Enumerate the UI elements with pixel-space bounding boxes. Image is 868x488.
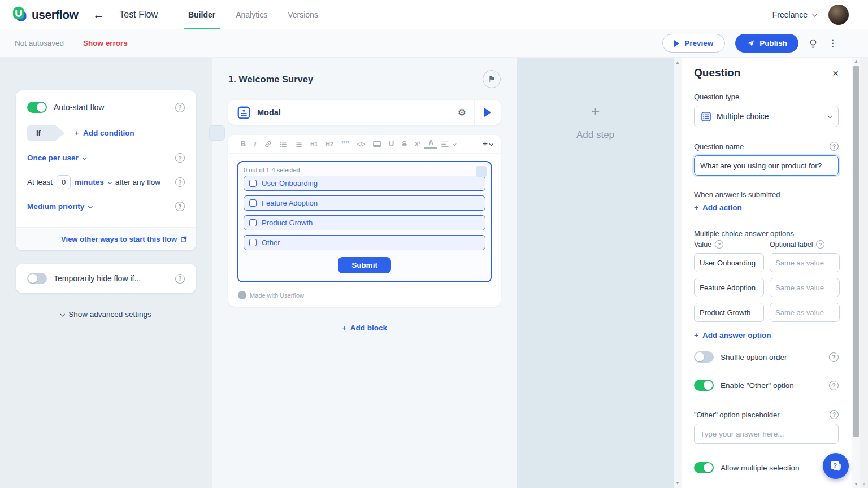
flow-title[interactable]: Test Flow — [119, 10, 158, 20]
user-avatar[interactable] — [828, 5, 849, 25]
option-label-input[interactable] — [770, 278, 840, 297]
priority-dropdown[interactable]: Medium priority — [27, 202, 92, 211]
help-icon[interactable]: ? — [175, 202, 185, 211]
survey-option-product-growth[interactable]: Product Growth — [244, 215, 485, 230]
step-minimap-handle[interactable] — [209, 125, 225, 141]
scroll-down-icon[interactable]: ▼ — [854, 482, 858, 487]
add-content-button[interactable]: + — [483, 139, 492, 149]
multiple-choice-widget[interactable]: 0 out of 1-4 selected User Onboarding Fe… — [237, 161, 492, 282]
allow-multiple-toggle[interactable] — [694, 462, 714, 473]
bullet-list-icon[interactable] — [291, 141, 306, 148]
help-icon[interactable]: ? — [175, 103, 185, 112]
text-color-icon[interactable]: A — [424, 140, 437, 149]
panel-scrollbar[interactable]: ▲ ▼ — [852, 58, 860, 488]
help-icon[interactable]: ? — [830, 142, 839, 151]
add-step-area[interactable]: + Add step — [517, 58, 674, 488]
frequency-dropdown[interactable]: Once per user — [27, 154, 86, 162]
add-answer-option-link[interactable]: + Add answer option — [694, 331, 771, 339]
run-block-button[interactable] — [475, 100, 501, 125]
ordered-list-icon[interactable] — [276, 141, 291, 148]
add-condition-link[interactable]: + Add condition — [75, 129, 134, 137]
link-icon[interactable] — [261, 141, 276, 148]
heading1-icon[interactable]: H1 — [306, 141, 322, 147]
plus-icon: + — [591, 103, 600, 120]
view-other-ways-link[interactable]: View other ways to start this flow — [61, 235, 187, 243]
scroll-up-icon[interactable]: ▲ — [675, 60, 680, 65]
help-icon[interactable]: ? — [816, 240, 824, 249]
tab-versions[interactable]: Versions — [277, 0, 328, 29]
canvas-scrollbar[interactable]: ▲ ▼ — [674, 58, 682, 488]
add-action-link[interactable]: + Add action — [694, 203, 742, 212]
option-value-input[interactable] — [694, 253, 764, 272]
option-label-input[interactable] — [770, 253, 840, 272]
question-name-input[interactable] — [694, 155, 839, 176]
page-scrollbar[interactable]: ▲ ▼ — [860, 58, 868, 488]
chevron-down-icon[interactable] — [453, 142, 457, 146]
optional-label-column-label: Optional label — [770, 241, 813, 249]
option-label-input[interactable] — [770, 303, 840, 322]
bold-icon[interactable]: B — [237, 140, 250, 148]
code-icon[interactable]: </> — [353, 141, 369, 147]
delay-unit-label: minutes — [75, 178, 104, 186]
other-placeholder-input[interactable] — [694, 424, 839, 444]
help-icon[interactable]: ? — [175, 274, 185, 284]
publish-button[interactable]: Publish — [735, 34, 798, 53]
survey-option-user-onboarding[interactable]: User Onboarding — [244, 176, 485, 191]
help-chat-button[interactable]: ? — [823, 453, 849, 479]
goal-flag-button[interactable]: ⚑ — [483, 70, 501, 88]
widget-handle[interactable] — [476, 166, 487, 177]
panel-title: Question — [694, 67, 740, 79]
underline-icon[interactable]: U — [385, 140, 398, 148]
option-value-input[interactable] — [694, 278, 764, 297]
help-icon[interactable]: ? — [175, 153, 185, 163]
delay-prefix: At least — [27, 178, 53, 186]
chevron-down-icon — [489, 142, 493, 146]
scroll-up-icon[interactable]: ▲ — [854, 59, 858, 64]
if-condition-tag: If — [27, 125, 64, 141]
help-icon[interactable]: ? — [829, 352, 839, 362]
strikethrough-icon[interactable]: S — [398, 140, 410, 148]
heading2-icon[interactable]: H2 — [322, 141, 337, 147]
superscript-icon[interactable]: X¹ — [411, 141, 425, 147]
scroll-down-icon[interactable]: ▼ — [862, 482, 866, 487]
close-icon[interactable]: × — [832, 68, 839, 79]
back-arrow-icon[interactable]: ← — [93, 8, 105, 21]
kebab-menu-icon[interactable]: ⋮ — [828, 37, 837, 49]
help-icon[interactable]: ? — [830, 410, 839, 419]
survey-option-other[interactable]: Other — [244, 235, 485, 250]
lightbulb-icon[interactable] — [809, 38, 818, 49]
tab-analytics[interactable]: Analytics — [225, 0, 277, 29]
survey-option-feature-adoption[interactable]: Feature Adoption — [244, 195, 485, 211]
plus-icon: + — [342, 324, 346, 332]
survey-submit-button[interactable]: Submit — [338, 257, 391, 273]
help-icon[interactable]: ? — [829, 381, 839, 390]
gear-icon[interactable]: ⚙ — [450, 107, 474, 119]
workspace-switcher[interactable]: Freelance — [772, 10, 816, 19]
show-errors-link[interactable]: Show errors — [83, 39, 128, 47]
modal-block-header[interactable]: Modal ⚙ — [228, 100, 501, 125]
option-value-input[interactable] — [694, 303, 764, 322]
delay-unit-dropdown[interactable]: minutes — [75, 178, 111, 186]
enable-other-toggle[interactable] — [694, 380, 714, 391]
media-icon[interactable] — [369, 141, 385, 147]
tab-builder[interactable]: Builder — [178, 0, 225, 29]
modal-content-editor: B I H1 H2 ”” </> U S — [228, 135, 501, 307]
scrollbar-thumb[interactable] — [853, 66, 859, 437]
question-type-select[interactable]: Multiple choice — [694, 106, 839, 127]
add-block-link[interactable]: + Add block — [342, 324, 387, 332]
align-icon[interactable] — [437, 141, 453, 147]
preview-button[interactable]: Preview — [662, 34, 725, 53]
blockquote-icon[interactable]: ”” — [337, 140, 353, 149]
shuffle-toggle[interactable] — [694, 351, 714, 363]
help-icon[interactable]: ? — [175, 177, 185, 187]
italic-icon[interactable]: I — [250, 140, 261, 149]
userflow-logo[interactable]: userflow — [12, 7, 78, 22]
step-title[interactable]: 1. Welcome Survey — [228, 74, 313, 85]
delay-minutes-input[interactable] — [57, 175, 71, 189]
scroll-down-icon[interactable]: ▼ — [675, 481, 680, 486]
chevron-down-icon — [60, 312, 65, 316]
show-advanced-settings-link[interactable]: Show advanced settings — [16, 310, 196, 319]
auto-start-toggle[interactable] — [27, 102, 47, 113]
temporarily-hide-toggle[interactable] — [27, 273, 47, 284]
help-icon[interactable]: ? — [715, 240, 723, 249]
